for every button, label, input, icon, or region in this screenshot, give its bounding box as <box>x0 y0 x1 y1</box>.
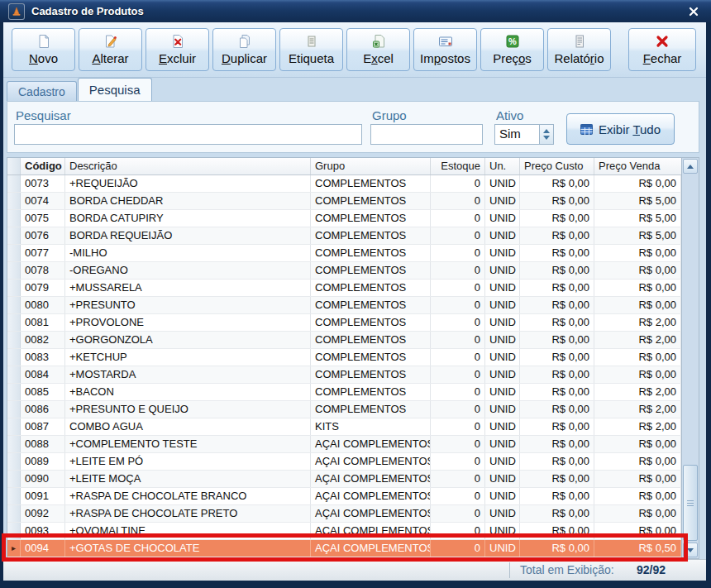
cell-un: UNID <box>485 384 520 400</box>
table-row[interactable]: 0085+BACONCOMPLEMENTOS0UNIDR$ 0,00R$ 2,0… <box>7 384 681 401</box>
toolbar-button-duplicar[interactable]: Duplicar <box>212 28 276 71</box>
cell-custo: R$ 0,00 <box>520 523 594 539</box>
table-row[interactable]: 0087COMBO AGUAKITS0UNIDR$ 0,00R$ 2,00 <box>7 418 681 436</box>
cell-un: UNID <box>485 175 520 192</box>
show-all-button[interactable]: Exibir Tudo <box>566 113 675 145</box>
label-icon <box>304 34 319 49</box>
toolbar-button-label: Fechar <box>643 51 682 65</box>
cell-estoque: 0 <box>431 314 485 331</box>
toolbar-button-excluir[interactable]: Excluir <box>146 28 209 71</box>
toolbar-button-relatorio[interactable]: Relatório <box>547 28 611 71</box>
column-header-codigo[interactable]: Código <box>21 158 65 174</box>
cell-venda: R$ 0,00 <box>594 523 681 539</box>
cell-grupo: COMPLEMENTOS <box>311 401 431 418</box>
column-header-un[interactable]: Un. <box>485 158 520 174</box>
toolbar-button-excel[interactable]: Excel <box>346 28 410 71</box>
cell-grupo: AÇAI COMPLEMENTOS <box>311 540 431 557</box>
cell-descricao: +RASPA DE CHOCOLATE PRETO <box>65 505 311 522</box>
window-close-button[interactable] <box>685 3 703 20</box>
cell-codigo: 0084 <box>21 366 65 383</box>
cell-grupo: COMPLEMENTOS <box>311 245 431 261</box>
cell-un: UNID <box>485 297 520 313</box>
group-input[interactable] <box>370 124 483 145</box>
new-icon <box>36 34 51 49</box>
table-row[interactable]: 0091+RASPA DE CHOCOLATE BRANCOAÇAI COMPL… <box>7 488 681 505</box>
table-row[interactable]: 0088+COMPLEMENTO TESTEAÇAI COMPLEMENTOS0… <box>7 436 681 453</box>
cell-venda: R$ 0,00 <box>594 349 681 366</box>
search-input[interactable] <box>14 124 362 145</box>
scrollbar-thumb[interactable] <box>683 465 698 541</box>
table-row[interactable]: 0080+PRESUNTOCOMPLEMENTOS0UNIDR$ 0,00R$ … <box>7 297 681 314</box>
cell-descricao: -MILHO <box>65 245 311 261</box>
cell-un: UNID <box>485 280 520 296</box>
table-row-selected[interactable]: ▸0094+GOTAS DE CHOCOLATEAÇAI COMPLEMENTO… <box>7 540 681 557</box>
table-row[interactable]: 0079+MUSSARELACOMPLEMENTOS0UNIDR$ 0,00R$… <box>7 280 681 297</box>
status-separator <box>509 562 510 578</box>
cell-custo: R$ 0,00 <box>520 436 594 452</box>
table-row[interactable]: 0077-MILHOCOMPLEMENTOS0UNIDR$ 0,00R$ 0,0… <box>7 245 681 262</box>
row-indicator <box>7 366 21 383</box>
cell-venda: R$ 0,00 <box>594 453 681 470</box>
cell-un: UNID <box>485 540 520 557</box>
cell-venda: R$ 2,00 <box>594 332 681 348</box>
table-row[interactable]: 0093+OVOMALTINEAÇAI COMPLEMENTOS0UNIDR$ … <box>7 523 681 540</box>
column-header-custo[interactable]: Preço Custo <box>520 158 594 174</box>
cell-grupo: AÇAI COMPLEMENTOS <box>311 436 431 452</box>
toolbar-button-label: Relatório <box>554 51 604 65</box>
cell-custo: R$ 0,00 <box>520 471 594 487</box>
scroll-up-button[interactable] <box>683 159 698 174</box>
table-row[interactable]: 0086+PRESUNTO E QUEIJOCOMPLEMENTOS0UNIDR… <box>7 401 681 418</box>
column-header-estoque[interactable]: Estoque <box>431 158 485 174</box>
table-row[interactable]: 0092+RASPA DE CHOCOLATE PRETOAÇAI COMPLE… <box>7 505 681 523</box>
toolbar-button-impostos[interactable]: Impostos <box>413 28 477 71</box>
table-row[interactable]: 0081+PROVOLONECOMPLEMENTOS0UNIDR$ 0,00R$… <box>7 314 681 332</box>
scrollbar-track[interactable] <box>683 174 698 542</box>
column-header-grupo[interactable]: Grupo <box>311 158 431 174</box>
column-header-descricao[interactable]: Descrição <box>65 158 311 174</box>
table-row[interactable]: 0090+LEITE MOÇAAÇAI COMPLEMENTOS0UNIDR$ … <box>7 471 681 488</box>
cell-custo: R$ 0,00 <box>520 210 594 227</box>
copy-icon <box>237 34 252 49</box>
cell-codigo: 0092 <box>21 505 65 522</box>
cell-custo: R$ 0,00 <box>520 418 594 435</box>
scroll-down-button[interactable] <box>683 543 698 557</box>
cell-codigo: 0080 <box>21 297 65 313</box>
table-row[interactable]: 0074BORDA CHEDDARCOMPLEMENTOS0UNIDR$ 0,0… <box>7 193 681 210</box>
table-row[interactable]: 0082+GORGONZOLACOMPLEMENTOS0UNIDR$ 0,00R… <box>7 332 681 349</box>
tab-pesquisa[interactable]: Pesquisa <box>78 78 152 101</box>
toolbar-button-label: Alterar <box>92 51 128 65</box>
cell-venda: R$ 0,00 <box>594 366 681 383</box>
cell-custo: R$ 0,00 <box>520 505 594 522</box>
row-indicator <box>7 453 21 470</box>
cell-estoque: 0 <box>431 505 485 522</box>
window-title: Cadastro de Produtos <box>31 5 144 17</box>
toolbar-button-precos[interactable]: Preços <box>480 28 544 71</box>
cell-descricao: +GOTAS DE CHOCOLATE <box>65 540 311 557</box>
row-indicator <box>7 384 21 400</box>
table-row[interactable]: 0089+LEITE EM PÓAÇAI COMPLEMENTOS0UNIDR$… <box>7 453 681 471</box>
cell-venda: R$ 0,00 <box>594 297 681 313</box>
table-row[interactable]: 0084+MOSTARDACOMPLEMENTOS0UNIDR$ 0,00R$ … <box>7 366 681 384</box>
client-area: NovoAlterarExcluirDuplicarEtiquetaExcelI… <box>3 22 706 581</box>
cell-descricao: BORDA CATUPIRY <box>65 210 311 227</box>
row-indicator <box>7 436 21 452</box>
cell-un: UNID <box>485 332 520 348</box>
tab-cadastro[interactable]: Cadastro <box>7 81 77 101</box>
toolbar-button-fechar[interactable]: Fechar <box>628 28 696 71</box>
table-row[interactable]: 0075BORDA CATUPIRYCOMPLEMENTOS0UNIDR$ 0,… <box>7 210 681 227</box>
spinner-arrows-icon[interactable] <box>539 125 553 144</box>
toolbar-button-etiqueta[interactable]: Etiqueta <box>279 28 343 71</box>
table-row[interactable]: 0073+REQUEIJÃOCOMPLEMENTOS0UNIDR$ 0,00R$… <box>7 175 681 193</box>
vertical-scrollbar[interactable] <box>681 158 699 558</box>
cell-descricao: BORDA REQUEIJÃO <box>65 227 311 244</box>
toolbar-button-label: Novo <box>29 51 58 65</box>
table-row[interactable]: 0076BORDA REQUEIJÃOCOMPLEMENTOS0UNIDR$ 0… <box>7 227 681 245</box>
active-select[interactable]: Sim <box>494 124 554 145</box>
cell-venda: R$ 2,00 <box>594 314 681 331</box>
table-row[interactable]: 0078-OREGANOCOMPLEMENTOS0UNIDR$ 0,00R$ 0… <box>7 262 681 280</box>
row-indicator <box>7 280 21 296</box>
table-row[interactable]: 0083+KETCHUPCOMPLEMENTOS0UNIDR$ 0,00R$ 0… <box>7 349 681 366</box>
toolbar-button-novo[interactable]: Novo <box>12 28 75 71</box>
toolbar-button-alterar[interactable]: Alterar <box>79 28 142 71</box>
cell-custo: R$ 0,00 <box>520 175 594 192</box>
